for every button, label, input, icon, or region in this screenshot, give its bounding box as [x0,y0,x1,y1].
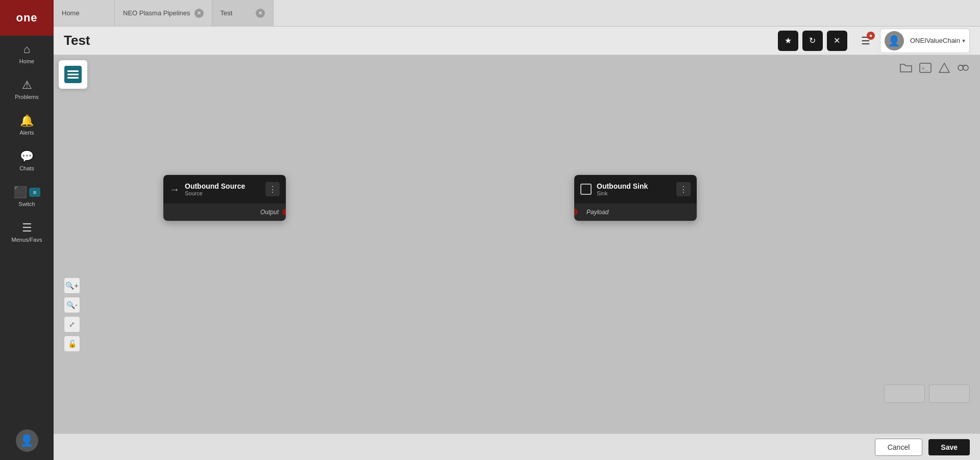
tab-test[interactable]: Test ✕ [212,0,274,26]
input-port-dot[interactable] [574,209,578,216]
run-button[interactable] [957,62,970,73]
switch-icon-row: ⬛ ≡ [13,186,40,199]
sidebar-item-label: Switch [18,201,35,207]
sidebar: one ⌂ Home ⚠ Problems 🔔 Alerts 💬 Chats ⬛… [0,0,54,460]
sidebar-item-label: Alerts [19,130,34,136]
sidebar-item-label: Home [19,58,34,64]
save-button[interactable]: Save [928,439,970,455]
app-logo[interactable]: one [0,0,54,36]
node-title-block: Outbound Sink Sink [597,182,671,196]
avatar-placeholder: 👤 [888,35,900,47]
port-label: Output [260,209,279,216]
main-area: Home NEO Plasma Pipelines ✕ Test ✕ Test … [54,0,980,460]
warning-triangle-button[interactable] [938,62,950,73]
tab-home[interactable]: Home [54,0,115,26]
user-name: ONEIValueChain [910,37,960,44]
outbound-sink-node[interactable]: Outbound Sink Sink ⋮ Payload [574,175,697,221]
node-menu-button[interactable]: ⋮ [265,182,280,196]
tab-bar: Home NEO Plasma Pipelines ✕ Test ✕ [54,0,980,27]
tab-title: Test [220,9,252,17]
node-subtitle: Sink [597,190,671,196]
tab-close-neo[interactable]: ✕ [194,9,204,18]
svg-point-6 [963,65,968,70]
terminal-button[interactable]: >_ [919,62,932,73]
mini-map-block-2 [929,385,970,403]
home-icon: ⌂ [23,43,30,56]
sidebar-item-home[interactable]: ⌂ Home [0,36,54,71]
pipeline-canvas[interactable]: >_ → Outbound Source Source ⋮ Output [54,55,980,433]
zoom-controls: 🔍+ 🔍- ⤢ 🔓 [64,277,80,352]
tab-title: Home [62,9,106,17]
list-icon [64,66,82,83]
zoom-out-button[interactable]: 🔍- [64,297,80,313]
canvas-toolbar-button[interactable] [59,60,87,89]
footer-bar: Cancel Save [54,433,980,460]
node-header: → Outbound Source Source ⋮ [163,175,286,203]
user-avatar-sidebar[interactable]: 👤 [16,429,38,452]
node-title: Outbound Sink [597,182,671,190]
avatar: 👤 [885,31,904,50]
tab-title: NEO Plasma Pipelines [123,9,190,17]
node-menu-button[interactable]: ⋮ [676,182,691,196]
sidebar-item-problems[interactable]: ⚠ Problems [0,71,54,107]
node-input-port: Payload [574,203,697,221]
node-title: Outbound Source [185,182,260,190]
warning-icon: ⚠ [22,79,32,92]
bell-icon: 🔔 [20,114,34,127]
menu-button[interactable]: ☰ ★ [855,31,876,51]
sidebar-item-alerts[interactable]: 🔔 Alerts [0,107,54,143]
fit-view-button[interactable]: ⤢ [64,316,80,333]
sidebar-item-switch[interactable]: ⬛ ≡ Switch [0,178,54,214]
switch-extra-icon: ≡ [29,188,40,197]
folder-button[interactable] [899,62,913,73]
star-icon: ★ [785,36,792,45]
chevron-down-icon: ▾ [962,37,965,44]
notification-badge: ★ [867,32,875,40]
mini-map-block-1 [884,385,925,403]
port-label: Payload [586,209,608,216]
refresh-button[interactable]: ↻ [802,31,823,51]
sidebar-item-menus[interactable]: ☰ Menus/Favs [0,214,54,250]
svg-rect-1 [67,74,79,75]
canvas-top-controls: >_ [899,62,970,73]
sidebar-item-label: Chats [19,165,34,171]
tab-close-test[interactable]: ✕ [256,9,265,18]
star-button[interactable]: ★ [778,31,798,51]
close-icon: ✕ [834,36,840,45]
node-output-port: Output [163,203,286,221]
header-actions: ★ ↻ ✕ ☰ ★ 👤 ONEIValueChain ▾ [778,29,970,53]
square-icon [580,184,592,195]
lock-button[interactable]: 🔓 [64,336,80,352]
svg-text:>_: >_ [922,66,927,71]
sidebar-bottom: 👤 [0,429,54,460]
sidebar-item-label: Problems [15,94,38,100]
cancel-button[interactable]: Cancel [875,439,923,456]
user-dropdown[interactable]: 👤 ONEIValueChain ▾ [880,29,970,53]
refresh-icon: ↻ [809,36,816,45]
zoom-in-button[interactable]: 🔍+ [64,277,80,294]
svg-rect-2 [67,77,79,79]
avatar-icon: 👤 [20,434,34,447]
output-port-dot[interactable] [282,209,286,216]
sidebar-item-chats[interactable]: 💬 Chats [0,143,54,178]
tab-neo[interactable]: NEO Plasma Pipelines ✕ [115,0,212,26]
page-header: Test ★ ↻ ✕ ☰ ★ 👤 ONEIValueChain ▾ [54,27,980,55]
sidebar-item-label: Menus/Favs [12,237,42,243]
node-subtitle: Source [185,190,260,196]
page-title: Test [64,33,778,48]
svg-point-5 [958,65,963,70]
outbound-source-node[interactable]: → Outbound Source Source ⋮ Output [163,175,286,221]
close-button[interactable]: ✕ [827,31,847,51]
arrow-right-icon: → [169,184,180,195]
node-title-block: Outbound Source Source [185,182,260,196]
node-header: Outbound Sink Sink ⋮ [574,175,697,203]
chat-icon: 💬 [20,150,34,163]
mini-map [884,385,970,403]
switch-icon: ⬛ [13,186,27,199]
svg-rect-0 [67,70,79,72]
menus-icon: ☰ [22,221,32,235]
